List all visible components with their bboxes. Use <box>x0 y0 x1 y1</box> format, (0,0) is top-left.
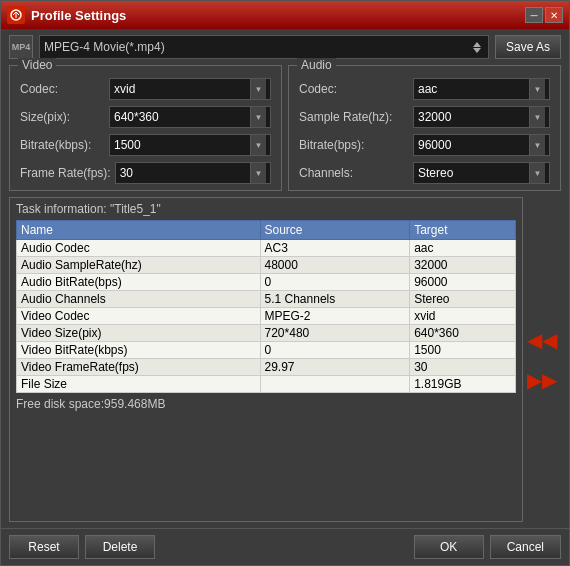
profile-row: MP4 MPEG-4 Movie(*.mp4) Save As <box>9 35 561 59</box>
audio-bitrate-label: Bitrate(bps): <box>299 138 409 152</box>
profile-arrow-up[interactable] <box>473 42 481 47</box>
forward-arrow-button[interactable]: ▶▶ <box>527 370 557 390</box>
audio-bitrate-arrow[interactable] <box>529 135 545 155</box>
profile-dropdown[interactable]: MPEG-4 Movie(*.mp4) <box>39 35 489 59</box>
cell-target: 1500 <box>410 342 516 359</box>
video-size-select[interactable]: 640*360 <box>109 106 271 128</box>
audio-samplerate-select[interactable]: 32000 <box>413 106 550 128</box>
video-codec-label: Codec: <box>20 82 105 96</box>
cell-source: 0 <box>260 342 410 359</box>
audio-codec-value: aac <box>418 82 529 96</box>
video-codec-row: Codec: xvid <box>20 78 271 100</box>
video-codec-select[interactable]: xvid <box>109 78 271 100</box>
cell-target: 1.819GB <box>410 376 516 393</box>
audio-codec-select[interactable]: aac <box>413 78 550 100</box>
audio-channels-row: Channels: Stereo <box>299 162 550 184</box>
cell-name: Audio SampleRate(hz) <box>17 257 261 274</box>
col-name: Name <box>17 221 261 240</box>
cancel-button[interactable]: Cancel <box>490 535 561 559</box>
title-bar: Profile Settings ─ ✕ <box>1 1 569 29</box>
video-size-label: Size(pix): <box>20 110 105 124</box>
minimize-button[interactable]: ─ <box>525 7 543 23</box>
cell-name: Video Codec <box>17 308 261 325</box>
cell-source: 29.97 <box>260 359 410 376</box>
task-info-container: Task information: "Title5_1" Name Source… <box>9 197 561 522</box>
audio-codec-row: Codec: aac <box>299 78 550 100</box>
ok-button[interactable]: OK <box>414 535 484 559</box>
profile-arrows[interactable] <box>470 42 484 53</box>
settings-panels-row: Video Codec: xvid Size(pix): 640*360 <box>9 65 561 191</box>
audio-bitrate-select[interactable]: 96000 <box>413 134 550 156</box>
table-row: Audio BitRate(bps)096000 <box>17 274 516 291</box>
audio-codec-arrow[interactable] <box>529 79 545 99</box>
table-row: Audio Channels5.1 ChannelsStereo <box>17 291 516 308</box>
audio-panel: Audio Codec: aac Sample Rate(hz): 32000 <box>288 65 561 191</box>
table-row: Video Size(pix)720*480640*360 <box>17 325 516 342</box>
window-title: Profile Settings <box>31 8 525 23</box>
cell-source: 720*480 <box>260 325 410 342</box>
audio-samplerate-arrow[interactable] <box>529 107 545 127</box>
video-framerate-label: Frame Rate(fps): <box>20 166 111 180</box>
cell-source: MPEG-2 <box>260 308 410 325</box>
col-source: Source <box>260 221 410 240</box>
video-framerate-select[interactable]: 30 <box>115 162 271 184</box>
task-table: Name Source Target Audio CodecAC3aacAudi… <box>16 220 516 393</box>
video-bitrate-arrow[interactable] <box>250 135 266 155</box>
delete-button[interactable]: Delete <box>85 535 155 559</box>
table-row: Video CodecMPEG-2xvid <box>17 308 516 325</box>
profile-selected-value: MPEG-4 Movie(*.mp4) <box>44 40 470 54</box>
cell-name: Video FrameRate(fps) <box>17 359 261 376</box>
cell-name: Video Size(pix) <box>17 325 261 342</box>
audio-panel-title: Audio <box>297 58 336 72</box>
col-target: Target <box>410 221 516 240</box>
cell-source: 0 <box>260 274 410 291</box>
audio-codec-label: Codec: <box>299 82 409 96</box>
video-framerate-arrow[interactable] <box>250 163 266 183</box>
video-panel: Video Codec: xvid Size(pix): 640*360 <box>9 65 282 191</box>
cell-target: 640*360 <box>410 325 516 342</box>
cell-name: Audio Codec <box>17 240 261 257</box>
video-bitrate-row: Bitrate(kbps): 1500 <box>20 134 271 156</box>
table-row: Audio SampleRate(hz)4800032000 <box>17 257 516 274</box>
table-row: Video FrameRate(fps)29.9730 <box>17 359 516 376</box>
window-icon <box>7 6 25 24</box>
cell-target: 32000 <box>410 257 516 274</box>
cell-source: 48000 <box>260 257 410 274</box>
video-codec-arrow[interactable] <box>250 79 266 99</box>
save-as-button[interactable]: Save As <box>495 35 561 59</box>
cell-source <box>260 376 410 393</box>
cell-target: 30 <box>410 359 516 376</box>
cell-target: 96000 <box>410 274 516 291</box>
table-row: Audio CodecAC3aac <box>17 240 516 257</box>
audio-samplerate-value: 32000 <box>418 110 529 124</box>
video-framerate-row: Frame Rate(fps): 30 <box>20 162 271 184</box>
window-controls: ─ ✕ <box>525 7 563 23</box>
back-arrow-button[interactable]: ◀◀ <box>527 330 557 350</box>
profile-format-icon: MP4 <box>9 35 33 59</box>
video-panel-title: Video <box>18 58 56 72</box>
audio-channels-select[interactable]: Stereo <box>413 162 550 184</box>
video-size-row: Size(pix): 640*360 <box>20 106 271 128</box>
profile-arrow-down[interactable] <box>473 48 481 53</box>
video-codec-value: xvid <box>114 82 250 96</box>
cell-target: aac <box>410 240 516 257</box>
audio-bitrate-row: Bitrate(bps): 96000 <box>299 134 550 156</box>
cell-name: Audio BitRate(bps) <box>17 274 261 291</box>
cell-source: AC3 <box>260 240 410 257</box>
video-bitrate-select[interactable]: 1500 <box>109 134 271 156</box>
table-row: File Size1.819GB <box>17 376 516 393</box>
close-button[interactable]: ✕ <box>545 7 563 23</box>
video-bitrate-label: Bitrate(kbps): <box>20 138 105 152</box>
reset-button[interactable]: Reset <box>9 535 79 559</box>
video-bitrate-value: 1500 <box>114 138 250 152</box>
task-info-panel: Task information: "Title5_1" Name Source… <box>9 197 523 522</box>
table-header-row: Name Source Target <box>17 221 516 240</box>
cell-source: 5.1 Channels <box>260 291 410 308</box>
audio-channels-label: Channels: <box>299 166 409 180</box>
audio-samplerate-row: Sample Rate(hz): 32000 <box>299 106 550 128</box>
task-info-title: Task information: "Title5_1" <box>16 202 516 216</box>
audio-channels-arrow[interactable] <box>529 163 545 183</box>
cell-target: Stereo <box>410 291 516 308</box>
video-size-arrow[interactable] <box>250 107 266 127</box>
cell-target: xvid <box>410 308 516 325</box>
